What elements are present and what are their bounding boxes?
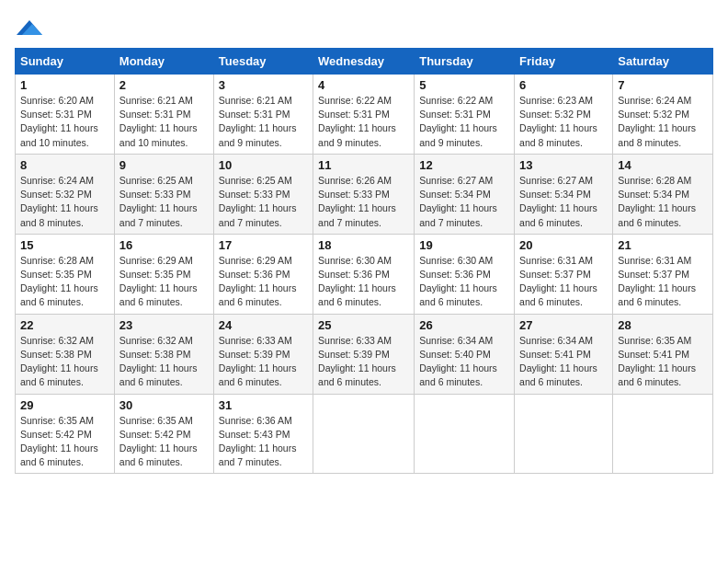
day-number: 20 <box>519 238 608 252</box>
calendar-cell: 19Sunrise: 6:30 AMSunset: 5:36 PMDayligh… <box>415 234 515 314</box>
day-detail: Sunrise: 6:27 AMSunset: 5:34 PMDaylight:… <box>419 175 497 228</box>
day-detail: Sunrise: 6:36 AMSunset: 5:43 PMDaylight:… <box>219 415 297 468</box>
calendar-cell: 28Sunrise: 6:35 AMSunset: 5:41 PMDayligh… <box>613 314 713 394</box>
day-detail: Sunrise: 6:30 AMSunset: 5:36 PMDaylight:… <box>318 255 396 308</box>
page-header <box>15 15 713 40</box>
day-detail: Sunrise: 6:31 AMSunset: 5:37 PMDaylight:… <box>618 255 696 308</box>
day-detail: Sunrise: 6:29 AMSunset: 5:35 PMDaylight:… <box>119 255 198 308</box>
calendar-cell: 15Sunrise: 6:28 AMSunset: 5:35 PMDayligh… <box>16 234 115 314</box>
day-detail: Sunrise: 6:29 AMSunset: 5:36 PMDaylight:… <box>219 255 297 308</box>
day-number: 5 <box>419 78 509 92</box>
day-number: 25 <box>318 318 409 332</box>
day-number: 12 <box>419 158 509 172</box>
day-detail: Sunrise: 6:35 AMSunset: 5:42 PMDaylight:… <box>20 415 98 468</box>
day-number: 19 <box>419 238 509 252</box>
day-detail: Sunrise: 6:33 AMSunset: 5:39 PMDaylight:… <box>219 335 297 388</box>
weekday-header-wednesday: Wednesday <box>313 49 415 75</box>
day-detail: Sunrise: 6:24 AMSunset: 5:32 PMDaylight:… <box>618 95 696 148</box>
day-detail: Sunrise: 6:35 AMSunset: 5:42 PMDaylight:… <box>119 415 198 468</box>
day-number: 24 <box>219 318 308 332</box>
day-number: 15 <box>20 238 109 252</box>
calendar-cell: 21Sunrise: 6:31 AMSunset: 5:37 PMDayligh… <box>613 234 713 314</box>
calendar-cell: 9Sunrise: 6:25 AMSunset: 5:33 PMDaylight… <box>114 154 213 234</box>
weekday-header-monday: Monday <box>114 49 213 75</box>
calendar-cell: 27Sunrise: 6:34 AMSunset: 5:41 PMDayligh… <box>515 314 613 394</box>
weekday-header-saturday: Saturday <box>613 49 713 75</box>
day-detail: Sunrise: 6:25 AMSunset: 5:33 PMDaylight:… <box>119 175 198 228</box>
day-number: 28 <box>618 318 708 332</box>
day-number: 14 <box>618 158 708 172</box>
day-detail: Sunrise: 6:24 AMSunset: 5:32 PMDaylight:… <box>20 175 98 228</box>
calendar-cell: 1Sunrise: 6:20 AMSunset: 5:31 PMDaylight… <box>16 75 115 155</box>
day-detail: Sunrise: 6:28 AMSunset: 5:34 PMDaylight:… <box>618 175 696 228</box>
day-detail: Sunrise: 6:30 AMSunset: 5:36 PMDaylight:… <box>419 255 497 308</box>
weekday-header-thursday: Thursday <box>415 49 515 75</box>
day-detail: Sunrise: 6:35 AMSunset: 5:41 PMDaylight:… <box>618 335 696 388</box>
day-number: 10 <box>219 158 308 172</box>
calendar-cell: 23Sunrise: 6:32 AMSunset: 5:38 PMDayligh… <box>114 314 213 394</box>
calendar-cell: 5Sunrise: 6:22 AMSunset: 5:31 PMDaylight… <box>415 75 515 155</box>
day-number: 6 <box>519 78 608 92</box>
day-number: 17 <box>219 238 308 252</box>
calendar-cell: 3Sunrise: 6:21 AMSunset: 5:31 PMDaylight… <box>213 75 313 155</box>
calendar-cell: 7Sunrise: 6:24 AMSunset: 5:32 PMDaylight… <box>613 75 713 155</box>
day-detail: Sunrise: 6:20 AMSunset: 5:31 PMDaylight:… <box>20 95 98 148</box>
calendar-cell: 31Sunrise: 6:36 AMSunset: 5:43 PMDayligh… <box>213 394 313 474</box>
day-number: 3 <box>219 78 308 92</box>
day-detail: Sunrise: 6:22 AMSunset: 5:31 PMDaylight:… <box>419 95 497 148</box>
calendar-cell: 4Sunrise: 6:22 AMSunset: 5:31 PMDaylight… <box>313 75 415 155</box>
calendar-cell: 22Sunrise: 6:32 AMSunset: 5:38 PMDayligh… <box>16 314 115 394</box>
calendar-cell: 14Sunrise: 6:28 AMSunset: 5:34 PMDayligh… <box>613 154 713 234</box>
day-number: 21 <box>618 238 708 252</box>
day-detail: Sunrise: 6:31 AMSunset: 5:37 PMDaylight:… <box>519 255 597 308</box>
calendar-cell: 25Sunrise: 6:33 AMSunset: 5:39 PMDayligh… <box>313 314 415 394</box>
day-number: 11 <box>318 158 409 172</box>
calendar-cell: 30Sunrise: 6:35 AMSunset: 5:42 PMDayligh… <box>114 394 213 474</box>
day-detail: Sunrise: 6:33 AMSunset: 5:39 PMDaylight:… <box>318 335 396 388</box>
calendar-cell: 26Sunrise: 6:34 AMSunset: 5:40 PMDayligh… <box>415 314 515 394</box>
day-detail: Sunrise: 6:21 AMSunset: 5:31 PMDaylight:… <box>219 95 297 148</box>
day-detail: Sunrise: 6:34 AMSunset: 5:40 PMDaylight:… <box>419 335 497 388</box>
day-number: 7 <box>618 78 708 92</box>
day-number: 27 <box>519 318 608 332</box>
day-detail: Sunrise: 6:22 AMSunset: 5:31 PMDaylight:… <box>318 95 396 148</box>
calendar-cell: 11Sunrise: 6:26 AMSunset: 5:33 PMDayligh… <box>313 154 415 234</box>
day-number: 22 <box>20 318 109 332</box>
day-number: 18 <box>318 238 409 252</box>
day-detail: Sunrise: 6:28 AMSunset: 5:35 PMDaylight:… <box>20 255 98 308</box>
day-detail: Sunrise: 6:26 AMSunset: 5:33 PMDaylight:… <box>318 175 396 228</box>
day-number: 4 <box>318 78 409 92</box>
calendar-cell: 18Sunrise: 6:30 AMSunset: 5:36 PMDayligh… <box>313 234 415 314</box>
calendar-cell: 20Sunrise: 6:31 AMSunset: 5:37 PMDayligh… <box>515 234 613 314</box>
calendar-cell: 12Sunrise: 6:27 AMSunset: 5:34 PMDayligh… <box>415 154 515 234</box>
calendar-table: SundayMondayTuesdayWednesdayThursdayFrid… <box>15 48 713 474</box>
calendar-cell: 17Sunrise: 6:29 AMSunset: 5:36 PMDayligh… <box>213 234 313 314</box>
day-number: 29 <box>20 398 109 412</box>
calendar-cell <box>415 394 515 474</box>
calendar-cell: 16Sunrise: 6:29 AMSunset: 5:35 PMDayligh… <box>114 234 213 314</box>
calendar-cell: 8Sunrise: 6:24 AMSunset: 5:32 PMDaylight… <box>16 154 115 234</box>
day-detail: Sunrise: 6:27 AMSunset: 5:34 PMDaylight:… <box>519 175 597 228</box>
logo-icon <box>17 15 42 40</box>
logo-text <box>15 15 42 40</box>
logo <box>15 15 42 40</box>
day-number: 2 <box>119 78 209 92</box>
day-number: 31 <box>219 398 308 412</box>
weekday-header-tuesday: Tuesday <box>213 49 313 75</box>
calendar-cell <box>313 394 415 474</box>
day-detail: Sunrise: 6:34 AMSunset: 5:41 PMDaylight:… <box>519 335 597 388</box>
day-detail: Sunrise: 6:32 AMSunset: 5:38 PMDaylight:… <box>119 335 198 388</box>
day-number: 26 <box>419 318 509 332</box>
day-number: 9 <box>119 158 209 172</box>
day-number: 8 <box>20 158 109 172</box>
calendar-cell: 24Sunrise: 6:33 AMSunset: 5:39 PMDayligh… <box>213 314 313 394</box>
day-detail: Sunrise: 6:32 AMSunset: 5:38 PMDaylight:… <box>20 335 98 388</box>
calendar-cell <box>613 394 713 474</box>
day-number: 13 <box>519 158 608 172</box>
day-detail: Sunrise: 6:23 AMSunset: 5:32 PMDaylight:… <box>519 95 597 148</box>
calendar-cell <box>515 394 613 474</box>
calendar-cell: 29Sunrise: 6:35 AMSunset: 5:42 PMDayligh… <box>16 394 115 474</box>
day-number: 30 <box>119 398 209 412</box>
calendar-cell: 2Sunrise: 6:21 AMSunset: 5:31 PMDaylight… <box>114 75 213 155</box>
day-detail: Sunrise: 6:21 AMSunset: 5:31 PMDaylight:… <box>119 95 198 148</box>
